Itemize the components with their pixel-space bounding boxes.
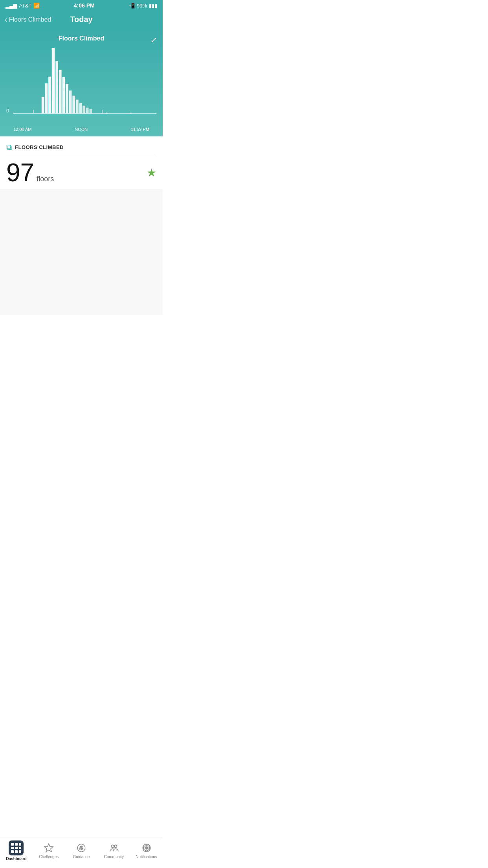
chart-container: 0: [6, 46, 156, 125]
status-left: ▂▄▆ AT&T 📶: [6, 3, 40, 9]
svg-rect-15: [86, 108, 89, 114]
wifi-icon: 📶: [33, 3, 40, 9]
back-chevron-icon: ‹: [5, 15, 7, 23]
back-button[interactable]: ‹ Floors Climbed: [5, 16, 51, 23]
page-title: Today: [70, 15, 92, 24]
status-time: 4:06 PM: [74, 2, 95, 9]
svg-rect-10: [69, 90, 72, 114]
nav-header: ‹ Floors Climbed Today: [0, 11, 163, 29]
y-axis-label: 0: [6, 108, 9, 114]
chart-area: Floors Climbed ⤢ 0: [0, 29, 163, 136]
svg-rect-2: [42, 97, 44, 114]
x-label-end: 11:59 PM: [131, 127, 149, 132]
svg-rect-7: [59, 70, 62, 114]
svg-rect-6: [55, 61, 58, 114]
svg-rect-5: [52, 48, 55, 114]
stats-header: ⧉ FLOORS CLIMBED: [6, 143, 156, 156]
svg-rect-3: [45, 83, 48, 114]
stats-value-row: 97 floors ★: [6, 160, 156, 185]
chart-x-labels: 12:00 AM NOON 11:59 PM: [6, 125, 156, 136]
axis-line: [13, 113, 156, 114]
svg-rect-13: [79, 103, 82, 114]
stairs-icon: ⧉: [6, 143, 12, 152]
status-bar: ▂▄▆ AT&T 📶 4:06 PM 📲 99% ▮▮▮: [0, 0, 163, 11]
floors-count: 97: [6, 160, 34, 185]
empty-content-area: [0, 189, 163, 315]
stats-section-label: FLOORS CLIMBED: [15, 144, 64, 150]
bluetooth-icon: 📲: [128, 3, 135, 9]
x-label-start: 12:00 AM: [13, 127, 31, 132]
stats-section: ⧉ FLOORS CLIMBED 97 floors ★: [0, 136, 163, 189]
expand-icon[interactable]: ⤢: [150, 35, 157, 44]
stats-value: 97 floors: [6, 160, 54, 185]
svg-rect-9: [66, 84, 68, 114]
svg-rect-14: [83, 106, 85, 114]
back-label: Floors Climbed: [9, 16, 51, 23]
chart-title: Floors Climbed: [6, 35, 156, 42]
svg-rect-12: [76, 100, 79, 114]
signal-icon: ▂▄▆: [6, 3, 17, 9]
chart-svg: [13, 46, 156, 114]
svg-rect-11: [72, 96, 75, 114]
battery-icon: ▮▮▮: [149, 3, 157, 9]
battery-label: 99%: [137, 3, 147, 9]
floors-unit: floors: [37, 175, 54, 183]
carrier-label: AT&T: [19, 3, 31, 9]
svg-rect-8: [62, 77, 65, 114]
svg-rect-4: [48, 77, 51, 114]
status-right: 📲 99% ▮▮▮: [128, 3, 157, 9]
star-icon: ★: [147, 166, 156, 179]
x-label-noon: NOON: [75, 127, 88, 132]
